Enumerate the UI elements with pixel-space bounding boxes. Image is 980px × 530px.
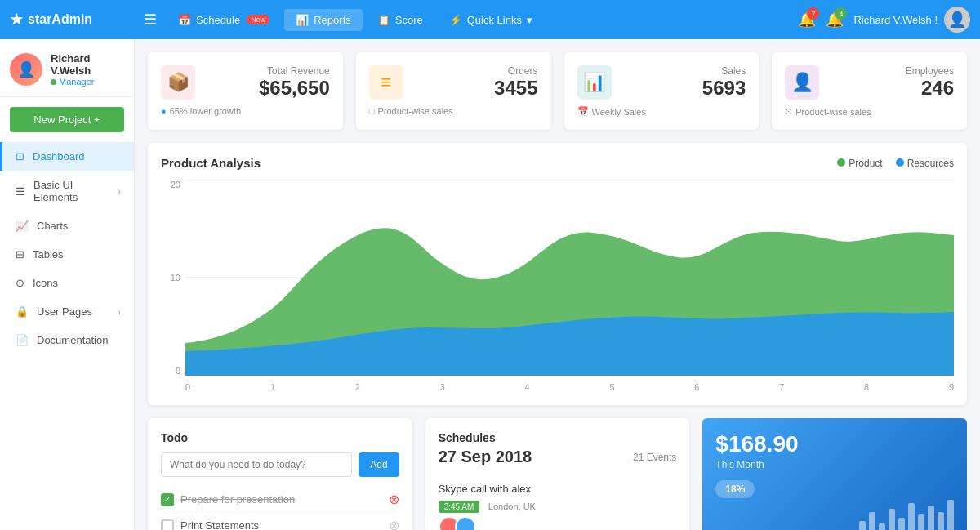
score-icon: 📋: [377, 14, 390, 26]
sidebar-dashboard-label: Dashboard: [33, 150, 85, 163]
quicklinks-chevron: ▾: [527, 14, 532, 26]
revenue-bars: [859, 496, 954, 530]
sidebar-user-role: Manager: [51, 77, 124, 87]
star-icon: ★: [10, 11, 23, 29]
notifications-button[interactable]: 🔔 7: [798, 11, 816, 29]
new-project-button[interactable]: New Project +: [10, 107, 124, 132]
revenue-bar: [928, 506, 934, 530]
revenue-badge: 18%: [715, 480, 755, 498]
stat-card-employees: 👤 Employees 246 ⊙ Product-wise sales: [772, 52, 967, 130]
sidebar-item-dashboard[interactable]: ⊡ Dashboard: [0, 142, 134, 171]
nav-quicklinks[interactable]: ⚡ Quick Links ▾: [438, 9, 544, 31]
notifications-badge: 7: [807, 7, 819, 20]
schedule-avatar-2: [455, 516, 476, 530]
nav-right: 🔔 7 🔔 4 Richard V.Welsh ! 👤: [798, 7, 970, 33]
todo-item-1: Print Statements ⊗: [161, 513, 399, 530]
todo-close-1[interactable]: ⊗: [389, 518, 399, 530]
alerts-badge: 4: [835, 7, 847, 20]
tables-icon: ⊞: [16, 248, 24, 261]
sales-icon: 📊: [577, 65, 612, 100]
todo-label-1: Print Statements: [180, 519, 259, 530]
sidebar-user: 👤 Richard V.Welsh Manager: [0, 39, 134, 97]
icons-icon: ⊙: [16, 277, 24, 289]
brand: ★ starAdmin: [10, 11, 140, 29]
todo-title: Todo: [161, 431, 399, 444]
quicklinks-icon: ⚡: [449, 14, 462, 26]
chart-title: Product Analysis: [161, 156, 261, 170]
sidebar-item-user-pages[interactable]: 🔒 User Pages ›: [0, 297, 134, 326]
lock-icon: 🔒: [16, 305, 29, 318]
sidebar-nav: ⊡ Dashboard ☰ Basic UI Elements › 📈 Char…: [0, 142, 134, 530]
menu-icon[interactable]: ☰: [144, 11, 157, 29]
revenue-amount: $168.90: [715, 431, 954, 457]
orders-icon: ≡: [369, 65, 403, 100]
schedules-date: 27 Sep 2018: [439, 448, 532, 466]
stat-card-sales: 📊 Sales 5693 📅 Weekly Sales: [564, 52, 760, 130]
todo-add-button[interactable]: Add: [359, 452, 399, 477]
user-name: Richard V.Welsh !: [853, 14, 938, 26]
todo-close-0[interactable]: ⊗: [389, 492, 399, 507]
sidebar-user-name: Richard V.Welsh: [51, 52, 124, 77]
sidebar-item-basic-ui[interactable]: ☰ Basic UI Elements ›: [0, 171, 134, 212]
chart-x-axis: 0 1 2 3 4 5 6 7 8 9: [185, 382, 954, 392]
revenue-bar: [918, 514, 924, 530]
basic-ui-icon: ☰: [16, 185, 25, 198]
schedule-avatars: [439, 516, 677, 530]
todo-item-0: ✓ Prepare for presentation ⊗: [161, 487, 399, 513]
employees-label: Employees: [906, 65, 954, 77]
chart-legend: Product Resources: [837, 158, 954, 169]
schedules-events: 21 Events: [633, 452, 676, 463]
sales-label: Sales: [702, 65, 746, 77]
online-dot: [51, 79, 56, 85]
legend-product-dot: [837, 158, 845, 167]
bottom-row: Todo Add ✓ Prepare for presentation ⊗: [148, 418, 967, 530]
revenue-bar: [859, 521, 866, 530]
sidebar-item-tables[interactable]: ⊞ Tables: [0, 240, 134, 269]
legend-resources: Resources: [896, 158, 954, 169]
todo-checkbox-0[interactable]: ✓: [161, 493, 174, 506]
top-nav: ★ starAdmin ☰ 📅 Schedule New 📊 Reports 📋…: [0, 0, 980, 39]
avatar: 👤: [944, 7, 970, 33]
sidebar-item-docs[interactable]: 📄 Documentation: [0, 326, 134, 354]
stat-cards: 📦 Total Revenue $65,650 ● 65% lower grow…: [148, 52, 967, 130]
legend-product: Product: [837, 158, 882, 169]
todo-card: Todo Add ✓ Prepare for presentation ⊗: [148, 418, 412, 530]
chart-container: 20 10 0 0 1: [161, 180, 954, 392]
revenue-footer: ● 65% lower growth: [161, 106, 330, 116]
sales-footer: 📅 Weekly Sales: [577, 106, 746, 117]
revenue-icon: 📦: [161, 65, 195, 100]
alerts-button[interactable]: 🔔 4: [826, 11, 844, 29]
orders-footer: □ Product-wise sales: [369, 106, 538, 116]
schedule-badge: New: [247, 15, 270, 24]
todo-input[interactable]: [161, 452, 352, 477]
orders-value: 3455: [494, 77, 537, 100]
sidebar-item-icons[interactable]: ⊙ Icons: [0, 269, 134, 297]
revenue-bar: [898, 518, 905, 530]
stat-card-revenue: 📦 Total Revenue $65,650 ● 65% lower grow…: [148, 52, 343, 130]
revenue-bar: [879, 523, 885, 530]
chart-header: Product Analysis Product Resources: [161, 156, 954, 170]
revenue-bar: [889, 509, 895, 530]
nav-score[interactable]: 📋 Score: [366, 9, 434, 31]
dashboard-icon: ⊡: [16, 150, 24, 163]
schedules-card: Schedules 27 Sep 2018 21 Events Skype ca…: [425, 418, 690, 530]
revenue-label: This Month: [715, 459, 954, 470]
chevron-right-icon-2: ›: [118, 307, 121, 317]
todo-checkbox-1[interactable]: [161, 519, 174, 531]
sidebar-avatar: 👤: [10, 53, 42, 86]
nav-reports[interactable]: 📊 Reports: [284, 9, 363, 31]
user-menu[interactable]: Richard V.Welsh ! 👤: [853, 7, 970, 33]
sidebar-item-charts[interactable]: 📈 Charts: [0, 212, 134, 240]
schedule-location-0: London, UK: [488, 501, 536, 511]
sidebar: 👤 Richard V.Welsh Manager New Project + …: [0, 39, 135, 530]
legend-resources-dot: [896, 158, 904, 167]
charts-icon: 📈: [16, 220, 29, 232]
chart-y-axis: 20 10 0: [161, 180, 185, 392]
employees-footer: ⊙ Product-wise sales: [785, 106, 954, 117]
schedules-title: Schedules: [439, 431, 677, 444]
schedules-date-row: 27 Sep 2018 21 Events: [439, 448, 677, 466]
chart-section: Product Analysis Product Resources 20 10…: [148, 143, 967, 405]
nav-schedule[interactable]: 📅 Schedule New: [167, 9, 281, 31]
revenue-value: $65,650: [259, 77, 330, 100]
todo-label-0: Prepare for presentation: [180, 493, 295, 506]
